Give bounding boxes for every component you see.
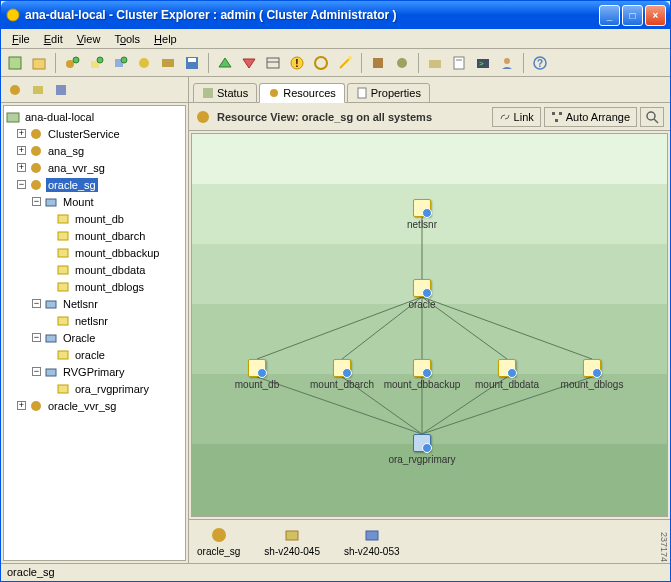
svg-point-19: [348, 56, 352, 60]
tb-virtual-icon[interactable]: [392, 53, 412, 73]
tb-manage-icon[interactable]: [158, 53, 178, 73]
menubar: File Edit View Tools Help: [1, 29, 670, 49]
tb-view-icon[interactable]: [263, 53, 283, 73]
close-button[interactable]: ×: [645, 5, 666, 26]
minimize-button[interactable]: _: [599, 5, 620, 26]
tree-oracle[interactable]: −Oracle: [6, 329, 183, 346]
menu-file[interactable]: File: [5, 31, 37, 47]
tb-wizard-icon[interactable]: [335, 53, 355, 73]
tree-oracle-res[interactable]: oracle: [6, 346, 183, 363]
node-mount-db[interactable]: mount_db: [227, 359, 287, 390]
statusbar: oracle_sg: [1, 563, 670, 581]
svg-point-54: [197, 111, 209, 123]
node-netlsnr[interactable]: netlsnr: [392, 199, 452, 230]
view-title: Resource View: oracle_sg on all systems: [217, 111, 432, 123]
tree-mount-dbbackup[interactable]: mount_dbbackup: [6, 244, 183, 261]
tb-new-cluster-icon[interactable]: [5, 53, 25, 73]
tree-mount-dbdata[interactable]: mount_dbdata: [6, 261, 183, 278]
tab-resources[interactable]: Resources: [259, 83, 345, 103]
main-toolbar: ! > ?: [1, 49, 670, 77]
tab-bar: Status Resources Properties: [189, 77, 670, 103]
node-mount-dbbackup[interactable]: mount_dbbackup: [392, 359, 452, 390]
tb-add-group-icon[interactable]: [62, 53, 82, 73]
svg-rect-32: [56, 85, 66, 95]
svg-rect-57: [555, 119, 558, 122]
resource-tree[interactable]: ana-dual-local +ClusterService +ana_sg +…: [3, 105, 186, 561]
svg-point-71: [212, 528, 226, 542]
node-mount-dbarch[interactable]: mount_dbarch: [312, 359, 372, 390]
tb-add-system-icon[interactable]: [110, 53, 130, 73]
tree-oracle-sg[interactable]: −oracle_sg: [6, 176, 183, 193]
tb-cluster-query-icon[interactable]: [425, 53, 445, 73]
tree-netlsnr-res[interactable]: netlsnr: [6, 312, 183, 329]
node-ora-rvgprimary[interactable]: ora_rvgprimary: [392, 434, 452, 465]
svg-point-30: [10, 85, 20, 95]
svg-point-9: [139, 58, 149, 68]
svg-rect-40: [58, 232, 68, 240]
tb-warning-icon[interactable]: !: [287, 53, 307, 73]
group-icon: [195, 109, 211, 125]
tree-mount-db[interactable]: mount_db: [6, 210, 183, 227]
svg-rect-10: [162, 59, 174, 67]
menu-tools[interactable]: Tools: [107, 31, 147, 47]
tree-oracle-vvr-sg[interactable]: +oracle_vvr_sg: [6, 397, 183, 414]
tree-mount-dbarch[interactable]: mount_dbarch: [6, 227, 183, 244]
view-by-system-icon[interactable]: [28, 80, 48, 100]
tree-rvgprimary[interactable]: −RVGPrimary: [6, 363, 183, 380]
node-mount-dbdata[interactable]: mount_dbdata: [477, 359, 537, 390]
view-by-type-icon[interactable]: [51, 80, 71, 100]
bb-system-1[interactable]: sh-v240-045: [264, 526, 320, 557]
node-mount-dblogs[interactable]: mount_dblogs: [562, 359, 622, 390]
tb-icon-4[interactable]: [134, 53, 154, 73]
svg-point-4: [73, 57, 79, 63]
svg-point-0: [7, 9, 19, 21]
tree-ana-sg[interactable]: +ana_sg: [6, 142, 183, 159]
tree-ana-vvr-sg[interactable]: +ana_vvr_sg: [6, 159, 183, 176]
system-icon: [283, 526, 301, 544]
svg-rect-22: [429, 60, 441, 68]
tb-user-icon[interactable]: [497, 53, 517, 73]
tb-log-icon[interactable]: [449, 53, 469, 73]
svg-rect-12: [188, 58, 196, 62]
tb-add-resource-icon[interactable]: [86, 53, 106, 73]
tree-mount-dblogs[interactable]: mount_dblogs: [6, 278, 183, 295]
tb-info-icon[interactable]: [311, 53, 331, 73]
svg-rect-47: [58, 351, 68, 359]
svg-rect-39: [58, 215, 68, 223]
tb-shell-icon[interactable]: >: [473, 53, 493, 73]
zoom-button[interactable]: [640, 107, 664, 127]
svg-rect-48: [46, 369, 56, 376]
bb-service-group[interactable]: oracle_sg: [197, 526, 240, 557]
svg-rect-23: [454, 57, 464, 69]
tb-help-icon[interactable]: ?: [530, 53, 550, 73]
window-title: ana-dual-local - Cluster Explorer : admi…: [25, 8, 599, 22]
menu-edit[interactable]: Edit: [37, 31, 70, 47]
tab-properties[interactable]: Properties: [347, 83, 430, 103]
svg-point-21: [397, 58, 407, 68]
tb-online-icon[interactable]: [215, 53, 235, 73]
tree-mount[interactable]: −Mount: [6, 193, 183, 210]
menu-help[interactable]: Help: [147, 31, 184, 47]
tb-config-icon[interactable]: [29, 53, 49, 73]
view-by-group-icon[interactable]: [5, 80, 25, 100]
tree-netlsnr[interactable]: −Netlsnr: [6, 295, 183, 312]
auto-arrange-button[interactable]: Auto Arrange: [544, 107, 637, 127]
link-button[interactable]: Link: [492, 107, 541, 127]
menu-view[interactable]: View: [70, 31, 108, 47]
node-oracle[interactable]: oracle: [392, 279, 452, 310]
tab-status[interactable]: Status: [193, 83, 257, 103]
tree-ora-rvgprimary[interactable]: ora_rvgprimary: [6, 380, 183, 397]
tree-clusterservice[interactable]: +ClusterService: [6, 125, 183, 142]
tb-offline-icon[interactable]: [239, 53, 259, 73]
svg-point-58: [647, 112, 655, 120]
resource-canvas[interactable]: netlsnr oracle mount_db mount_dbarch mou…: [191, 133, 668, 517]
properties-icon: [356, 87, 368, 99]
svg-rect-1: [9, 57, 21, 69]
reference-number: 237174: [659, 532, 669, 562]
tree-root[interactable]: ana-dual-local: [6, 108, 183, 125]
tb-simulator-icon[interactable]: [368, 53, 388, 73]
svg-rect-2: [33, 59, 45, 69]
maximize-button[interactable]: □: [622, 5, 643, 26]
tb-save-icon[interactable]: [182, 53, 202, 73]
bb-system-2[interactable]: sh-v240-053: [344, 526, 400, 557]
